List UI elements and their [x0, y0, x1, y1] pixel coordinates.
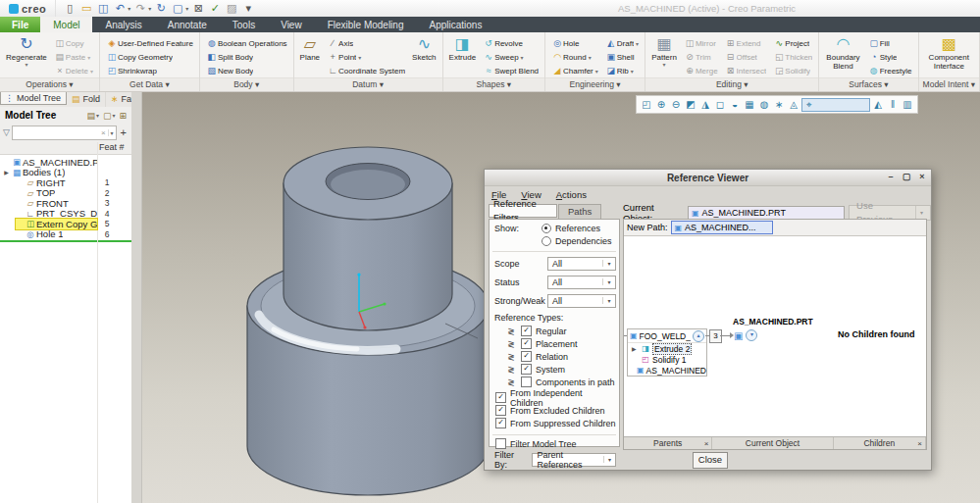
- minimize-icon[interactable]: –: [885, 172, 897, 182]
- coordinate-system-button[interactable]: ∟Coordinate System: [325, 64, 407, 77]
- tree-item-prt-csys-def[interactable]: ∟PRT_CSYS_DEF4: [0, 209, 131, 220]
- component-interface-button[interactable]: ▩Component Interface: [923, 34, 975, 72]
- display-style-icon[interactable]: ◻: [713, 98, 727, 112]
- save-icon[interactable]: ◫: [96, 1, 110, 16]
- current-object-node[interactable]: ▣ ▾: [734, 329, 757, 341]
- tab-analysis[interactable]: Analysis: [92, 17, 154, 32]
- tree-item-front[interactable]: ▱FRONT3: [0, 198, 131, 209]
- group-label-datum[interactable]: Datum ▾: [294, 77, 442, 91]
- references-radio[interactable]: References: [542, 224, 612, 233]
- regular-checkbox[interactable]: ≷✓Regular: [492, 325, 616, 337]
- tree-item-extern-copy-geom-id-12[interactable]: ◫Extern Copy Geom id 125: [0, 219, 131, 229]
- extrude-button[interactable]: ◨Extrude: [447, 34, 479, 63]
- tab-paths[interactable]: Paths: [558, 204, 601, 219]
- copy-geometry-button[interactable]: ◫Copy Geometry: [104, 50, 195, 64]
- zoom-fit-icon[interactable]: ◰: [640, 98, 653, 112]
- menu-actions[interactable]: Actions: [556, 189, 587, 200]
- dependencies-radio[interactable]: Dependencies: [542, 236, 612, 246]
- graph-feature-as-machined[interactable]: ▣AS_MACHINED: [628, 365, 706, 376]
- validate-icon[interactable]: ✓: [208, 1, 222, 16]
- windows-icon[interactable]: ▢▾: [171, 1, 188, 16]
- fill-button[interactable]: ▢Fill: [866, 36, 914, 50]
- plane-button[interactable]: ▱Plane: [298, 34, 322, 63]
- tree-item-as-machined-prt[interactable]: ▣AS_MACHINED.PRT: [0, 157, 131, 168]
- maximize-icon[interactable]: ▢: [901, 172, 912, 182]
- axis-button[interactable]: ∕Axis: [325, 36, 407, 50]
- pane-close-icon[interactable]: ×: [704, 439, 709, 448]
- group-label-editing[interactable]: Editing ▾: [645, 77, 818, 91]
- add-filter-icon[interactable]: +: [119, 126, 129, 138]
- swept-blend-button[interactable]: ≈Swept Blend: [481, 64, 541, 77]
- filter-dropdown-icon[interactable]: ▾: [108, 129, 116, 136]
- scope-select[interactable]: All▾: [547, 257, 616, 271]
- group-label-engineering[interactable]: Engineering ▾: [545, 77, 645, 91]
- section-view-icon[interactable]: ◒: [728, 98, 742, 112]
- navigator-tab-fold[interactable]: ▤Fold: [67, 91, 106, 107]
- tab-annotate[interactable]: Annotate: [155, 17, 220, 32]
- group-label-shapes[interactable]: Shapes ▾: [443, 77, 545, 91]
- placement-checkbox[interactable]: ≷✓Placement: [492, 337, 616, 350]
- navigator-tab-favo[interactable]: ∗Favo: [106, 91, 131, 107]
- zoom-in-icon[interactable]: ⊕: [654, 98, 668, 112]
- close-button[interactable]: Close: [693, 452, 728, 469]
- from-suppressed-children-checkbox[interactable]: ✓From Suppressed Children: [492, 417, 616, 429]
- shrinkwrap-button[interactable]: ◰Shrinkwrap: [104, 64, 195, 77]
- regenerate-button[interactable]: ↻Regenerate▾: [4, 34, 49, 69]
- enhanced-realism-icon[interactable]: ◮: [698, 98, 712, 112]
- reference-graph-canvas[interactable]: ▣ FOO_WELD_MB... ▴ ▶◨Extrude 2◰Solidify …: [624, 236, 926, 436]
- new-body-button[interactable]: ▧New Body: [204, 64, 289, 77]
- reference-count-badge[interactable]: 3: [709, 329, 722, 343]
- tab-tools[interactable]: Tools: [220, 17, 268, 32]
- close-window-icon[interactable]: ⊠: [191, 1, 205, 16]
- group-label-get-data[interactable]: Get Data ▾: [100, 77, 199, 91]
- repaint-icon[interactable]: ◩: [684, 98, 697, 112]
- expand-node-icon[interactable]: ▾: [746, 329, 757, 341]
- tree-filter-input[interactable]: [13, 126, 99, 139]
- zoom-out-icon[interactable]: ⊖: [669, 98, 683, 112]
- sketch-button[interactable]: ∿Sketch: [410, 34, 438, 63]
- navigator-tab-model-tree[interactable]: ⋮Model Tree: [0, 91, 67, 105]
- tab-view[interactable]: View: [268, 17, 315, 32]
- group-label-operations[interactable]: Operations ▾: [0, 77, 99, 91]
- saved-orientations-icon[interactable]: ▦: [743, 98, 756, 112]
- hole-button[interactable]: ◎Hole: [549, 36, 600, 50]
- revolve-button[interactable]: ↺Revolve: [481, 36, 541, 50]
- undo-icon[interactable]: ↶▾: [113, 1, 130, 16]
- tree-item-top[interactable]: ▱TOP2: [0, 188, 131, 199]
- tree-item-right[interactable]: ▱RIGHT1: [0, 177, 131, 188]
- tree-columns-icon[interactable]: ▢: [103, 111, 112, 121]
- pause-icon[interactable]: ‖: [886, 98, 900, 112]
- group-label-model-intent[interactable]: Model Intent ▾: [919, 77, 979, 91]
- appearance-gallery-icon[interactable]: ◍: [757, 98, 771, 112]
- annotation-display-icon[interactable]: ◬: [787, 98, 800, 112]
- datum-display-icon[interactable]: ∗: [772, 98, 786, 112]
- split-body-button[interactable]: ◧Split Body: [204, 50, 289, 64]
- filter-by-select[interactable]: Parent References ▾: [532, 453, 616, 467]
- rib-button[interactable]: ◪Rib▾: [603, 64, 641, 77]
- components-in-path-checkbox[interactable]: ≷Components in path: [492, 376, 616, 388]
- clear-filter-icon[interactable]: ×: [99, 128, 108, 137]
- relation-checkbox[interactable]: ≷✓Relation: [492, 350, 616, 363]
- graph-feature-extrude-2[interactable]: ▶◨Extrude 2: [628, 343, 706, 354]
- tab-flexible-modeling[interactable]: Flexible Modeling: [315, 17, 417, 32]
- pattern-button[interactable]: ▦Pattern▾: [649, 34, 679, 69]
- group-label-body[interactable]: Body ▾: [200, 77, 293, 91]
- render-mode-icon[interactable]: ▥: [901, 98, 914, 112]
- round-button[interactable]: ◠Round▾: [549, 50, 600, 64]
- tree-item-bodies-1[interactable]: ▶▦Bodies (1): [0, 168, 131, 178]
- project-button[interactable]: ∿Project: [771, 36, 814, 50]
- close-icon[interactable]: ×: [916, 172, 928, 182]
- new-file-icon[interactable]: ▯: [63, 1, 77, 16]
- sweep-button[interactable]: ∿Sweep▾: [481, 50, 541, 64]
- new-path-chip[interactable]: ▣ AS_MACHINED...: [671, 221, 773, 234]
- user-defined-feature-button[interactable]: ◈User-Defined Feature: [104, 36, 195, 50]
- boundary-blend-button[interactable]: ◠Boundary Blend: [823, 34, 862, 72]
- qat-overflow-icon[interactable]: ▾: [241, 1, 255, 16]
- point-button[interactable]: +Point▾: [325, 50, 407, 64]
- tab-model[interactable]: Model: [40, 17, 92, 32]
- strong-weak-select[interactable]: All▾: [547, 294, 616, 308]
- perspective-icon[interactable]: ◭: [871, 98, 885, 112]
- spin-center-icon[interactable]: ⌖: [801, 98, 870, 112]
- tree-expand-icon[interactable]: ⊞: [119, 111, 127, 121]
- collapse-node-icon[interactable]: ▴: [693, 330, 704, 342]
